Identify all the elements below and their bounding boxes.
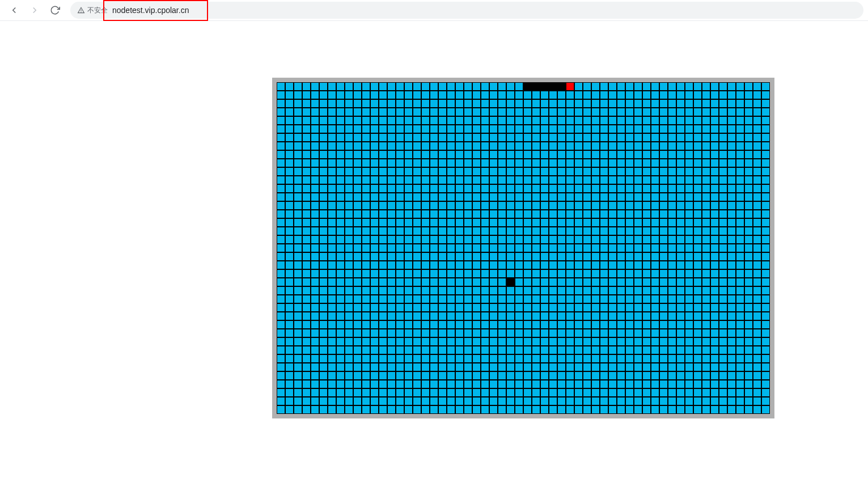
- grid-cell: [566, 397, 574, 405]
- grid-cell: [515, 354, 523, 363]
- grid-cell: [362, 142, 370, 150]
- grid-cell: [651, 380, 659, 388]
- grid-cell: [625, 210, 634, 218]
- grid-cell: [319, 116, 328, 125]
- grid-cell: [523, 91, 532, 99]
- grid-cell: [370, 244, 379, 252]
- back-button[interactable]: [5, 2, 24, 18]
- grid-cell: [753, 201, 761, 210]
- grid-cell: [328, 210, 336, 218]
- grid-cell: [294, 116, 302, 125]
- grid-cell: [464, 269, 472, 278]
- grid-cell: [379, 269, 387, 278]
- grid-cell: [277, 354, 285, 363]
- grid-cell: [634, 235, 642, 244]
- grid-cell: [294, 159, 302, 167]
- grid-cell: [532, 159, 540, 167]
- grid-cell: [336, 278, 345, 286]
- grid-row: [277, 91, 770, 99]
- grid-cell: [489, 363, 498, 371]
- grid-cell: [719, 142, 727, 150]
- address-bar[interactable]: 不安全 nodetest.vip.cpolar.cn: [70, 2, 863, 19]
- grid-cell: [472, 244, 481, 252]
- grid-cell: [311, 193, 319, 201]
- grid-cell: [668, 125, 676, 133]
- grid-cell: [625, 91, 634, 99]
- grid-cell: [736, 159, 744, 167]
- grid-cell: [285, 363, 294, 371]
- snake-game-board[interactable]: [272, 78, 774, 418]
- grid-cell: [328, 303, 336, 312]
- grid-cell: [421, 193, 430, 201]
- grid-cell: [659, 405, 668, 414]
- grid-cell: [566, 252, 574, 261]
- grid-cell: [515, 133, 523, 142]
- grid-cell: [523, 278, 532, 286]
- forward-button[interactable]: [25, 2, 44, 18]
- grid-cell: [642, 91, 651, 99]
- grid-cell: [506, 329, 515, 337]
- grid-cell: [506, 303, 515, 312]
- grid-cell: [302, 125, 311, 133]
- grid-cell: [404, 269, 413, 278]
- grid-cell: [719, 244, 727, 252]
- grid-cell: [489, 142, 498, 150]
- grid-cell: [438, 312, 447, 320]
- grid-cell: [685, 108, 693, 116]
- grid-cell: [659, 346, 668, 354]
- grid-cell: [557, 303, 566, 312]
- grid-cell: [736, 235, 744, 244]
- grid-cell: [736, 201, 744, 210]
- grid-cell: [319, 193, 328, 201]
- grid-cell: [447, 235, 455, 244]
- grid-cell: [353, 116, 362, 125]
- grid-cell: [625, 227, 634, 235]
- grid-cell: [319, 303, 328, 312]
- grid-cell: [370, 235, 379, 244]
- grid-cell: [379, 252, 387, 261]
- grid-cell: [557, 116, 566, 125]
- grid-cell: [379, 320, 387, 329]
- grid-cell: [540, 116, 549, 125]
- grid-cell: [430, 405, 438, 414]
- grid-cell: [608, 150, 617, 159]
- grid-cell: [472, 312, 481, 320]
- grid-cell: [438, 388, 447, 397]
- reload-button[interactable]: [45, 2, 65, 18]
- grid-cell: [591, 99, 600, 108]
- grid-cell: [702, 261, 710, 269]
- security-badge[interactable]: 不安全: [77, 6, 108, 15]
- grid-cell: [557, 99, 566, 108]
- grid-cell: [455, 227, 464, 235]
- grid-cell: [285, 227, 294, 235]
- grid-cell: [761, 227, 770, 235]
- grid-cell: [736, 278, 744, 286]
- grid-cell: [540, 380, 549, 388]
- grid-cell: [353, 312, 362, 320]
- grid-cell: [727, 405, 736, 414]
- grid-cell: [430, 116, 438, 125]
- grid-cell: [319, 82, 328, 91]
- grid-cell: [736, 346, 744, 354]
- grid-cell: [761, 397, 770, 405]
- grid-cell: [447, 405, 455, 414]
- grid-cell: [387, 371, 396, 380]
- grid-cell: [328, 116, 336, 125]
- grid-cell: [591, 405, 600, 414]
- grid-cell: [336, 210, 345, 218]
- grid-cell: [608, 346, 617, 354]
- grid-cell: [489, 295, 498, 303]
- grid-cell: [464, 371, 472, 380]
- grid-cell: [634, 380, 642, 388]
- grid-cell: [744, 218, 753, 227]
- grid-cell: [540, 371, 549, 380]
- grid-cell: [489, 388, 498, 397]
- grid-cell: [617, 329, 625, 337]
- grid-cell: [319, 261, 328, 269]
- grid-cell: [642, 193, 651, 201]
- grid-cell: [379, 125, 387, 133]
- grid-cell: [583, 201, 591, 210]
- grid-cell: [285, 269, 294, 278]
- grid-cell: [421, 159, 430, 167]
- grid-cell: [336, 201, 345, 210]
